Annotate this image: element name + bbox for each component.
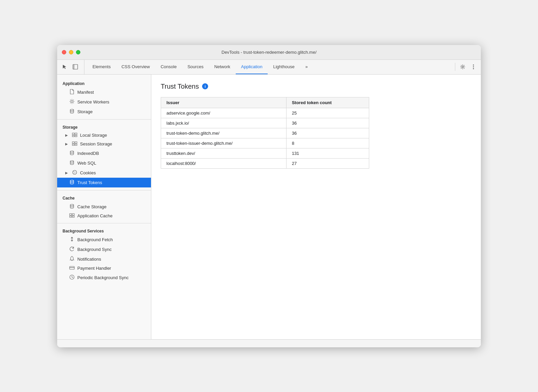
maximize-button[interactable] [76, 50, 80, 54]
tab-more[interactable]: » [300, 60, 313, 74]
cell-issuer: localhost:8000/ [161, 158, 286, 168]
svg-point-20 [75, 171, 75, 172]
tab-elements[interactable]: Elements [87, 60, 116, 74]
svg-point-7 [70, 109, 74, 111]
svg-point-17 [70, 161, 74, 162]
tab-sources[interactable]: Sources [182, 60, 209, 74]
tab-network[interactable]: Network [209, 60, 236, 74]
sidebar-item-periodic-bg-sync[interactable]: Periodic Background Sync [57, 273, 151, 282]
table-row[interactable]: adservice.google.com/25 [161, 108, 369, 118]
sidebar-item-indexeddb[interactable]: IndexedDB [57, 148, 151, 158]
sidebar-item-trust-tokens[interactable]: Trust Tokens [57, 178, 151, 187]
sidebar-item-storage-app[interactable]: Storage [57, 107, 151, 117]
gear-icon [460, 64, 465, 70]
cookies-icon [72, 170, 77, 176]
svg-point-5 [473, 68, 474, 69]
cell-count: 25 [286, 108, 369, 118]
titlebar: DevTools - trust-token-redeemer-demo.gli… [57, 45, 481, 60]
svg-point-18 [73, 170, 77, 174]
tabbar-divider [455, 63, 455, 71]
cell-count: 131 [286, 148, 369, 158]
traffic-lights [62, 50, 80, 54]
clock-icon [69, 274, 75, 281]
sidebar-item-application-cache[interactable]: Application Cache [57, 212, 151, 220]
notifications-icon [69, 256, 75, 262]
panel-icon [73, 64, 78, 70]
svg-rect-27 [70, 216, 72, 217]
settings-button[interactable] [458, 62, 467, 72]
svg-rect-10 [72, 135, 74, 137]
expand-arrow-icon: ▶ [65, 142, 69, 146]
tabbar-actions [454, 60, 478, 74]
svg-rect-12 [72, 142, 74, 143]
sidebar-item-local-storage[interactable]: ▶ Local Storage [57, 131, 151, 140]
tab-css-overview[interactable]: CSS Overview [116, 60, 155, 74]
svg-rect-26 [72, 214, 74, 215]
svg-rect-13 [75, 142, 77, 143]
file-icon [69, 89, 75, 95]
panel-toggle-icon[interactable] [71, 62, 80, 72]
table-header-row: Issuer Stored token count [161, 97, 369, 108]
close-button[interactable] [62, 50, 66, 54]
tab-lighthouse[interactable]: Lighthouse [268, 60, 300, 74]
sidebar-item-cookies[interactable]: ▶ Cookies [57, 168, 151, 178]
info-icon[interactable]: i [202, 83, 208, 89]
sidebar-item-payment-handler[interactable]: Payment Handler [57, 264, 151, 273]
cell-count: 36 [286, 118, 369, 128]
svg-point-21 [74, 173, 75, 173]
table-row[interactable]: localhost:8000/27 [161, 158, 369, 168]
sidebar-item-session-storage[interactable]: ▶ Session Storage [57, 140, 151, 148]
sidebar-item-web-sql[interactable]: Web SQL [57, 158, 151, 168]
kebab-menu-icon [473, 64, 474, 70]
column-count: Stored token count [286, 97, 369, 108]
table-row[interactable]: trust-token-demo.glitch.me/36 [161, 128, 369, 138]
sidebar-item-service-workers[interactable]: Service Workers [57, 97, 151, 107]
column-issuer: Issuer [161, 97, 286, 108]
trust-tokens-icon [69, 179, 75, 186]
web-sql-icon [69, 160, 75, 166]
cell-issuer: labs.jxck.io/ [161, 118, 286, 128]
svg-point-3 [473, 64, 474, 66]
expand-arrow-icon: ▶ [65, 133, 69, 137]
svg-point-4 [473, 67, 474, 68]
storage-section-header: Storage [57, 122, 151, 131]
content-header: Trust Tokens i [161, 83, 471, 90]
cursor-tool-icon[interactable] [60, 62, 69, 72]
sidebar-item-background-sync[interactable]: Background Sync [57, 245, 151, 254]
sidebar-item-manifest[interactable]: Manifest [57, 87, 151, 97]
sidebar-item-background-fetch[interactable]: Background Fetch [57, 235, 151, 245]
svg-point-23 [70, 180, 74, 181]
main-area: Application Manifest Ser [57, 75, 481, 339]
table-row[interactable]: trust-token-issuer-demo.glitch.me/8 [161, 138, 369, 148]
app-cache-icon [69, 213, 75, 219]
table-row[interactable]: labs.jxck.io/36 [161, 118, 369, 128]
more-options-button[interactable] [469, 62, 478, 72]
svg-rect-25 [70, 214, 72, 215]
tabbar-tools [60, 60, 84, 74]
tab-console[interactable]: Console [155, 60, 182, 74]
cursor-icon [62, 64, 67, 70]
svg-point-19 [74, 171, 74, 172]
tabbar: Elements CSS Overview Console Sources Ne… [57, 60, 481, 75]
svg-point-22 [75, 172, 76, 173]
divider-2 [57, 190, 151, 190]
background-fetch-icon [69, 236, 75, 243]
divider-3 [57, 223, 151, 223]
svg-rect-14 [72, 144, 74, 145]
background-sync-icon [69, 246, 75, 253]
statusbar [57, 339, 481, 347]
expand-arrow-icon: ▶ [65, 171, 69, 175]
minimize-button[interactable] [69, 50, 73, 54]
sidebar-item-notifications[interactable]: Notifications [57, 254, 151, 264]
svg-rect-1 [73, 64, 75, 69]
svg-line-34 [72, 277, 73, 278]
divider-1 [57, 119, 151, 120]
svg-point-2 [462, 66, 464, 68]
content-panel: Trust Tokens i Issuer Stored token count… [151, 75, 481, 339]
cell-issuer: trust-token-issuer-demo.glitch.me/ [161, 138, 286, 148]
tab-application[interactable]: Application [236, 60, 268, 74]
tab-list: Elements CSS Overview Console Sources Ne… [87, 60, 454, 74]
svg-rect-30 [70, 266, 74, 269]
table-row[interactable]: trusttoken.dev/131 [161, 148, 369, 158]
sidebar-item-cache-storage[interactable]: Cache Storage [57, 202, 151, 212]
